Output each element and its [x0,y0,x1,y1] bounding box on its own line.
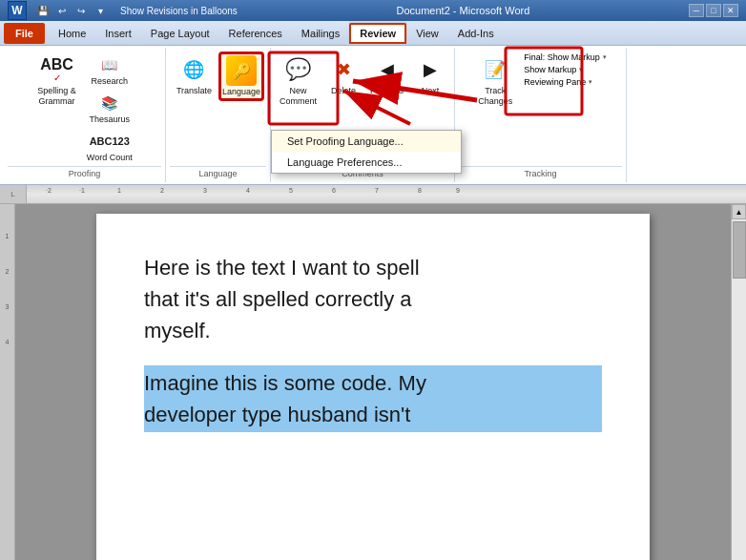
spelling-label: Spelling &Grammar [37,86,76,107]
doc-highlighted-line2: developer type husband isn't [144,403,410,426]
final-show-markup-item[interactable]: Final: Show Markup ▾ [521,52,610,63]
qa-more-btn[interactable]: ▾ [92,2,109,19]
vertical-scrollbar[interactable]: ▲ ▼ [731,204,746,560]
file-tab[interactable]: File [4,23,45,44]
translate-label: Translate [176,86,212,96]
thesaurus-button[interactable]: 📚 Thesaurus [83,90,136,126]
tab-mailings[interactable]: Mailings [292,23,349,44]
previous-button[interactable]: ◀ Previous [365,52,408,99]
track-changes-icon: 📝 [480,54,510,85]
spell-abc-text: ABC [40,57,73,73]
final-show-markup-label: Final: Show Markup [524,52,600,62]
ribbon-group-language: 🌐 Translate 🔑 Language Language [166,48,271,182]
ruler-corner: L [0,185,27,204]
save-qa-btn[interactable]: 💾 [34,2,52,19]
doc-text-line1: Here is the text I want to spell [144,256,420,280]
next-label: Next [422,86,440,96]
language-dropdown: Set Proofing Language... Language Prefer… [271,130,462,174]
language-button[interactable]: 🔑 Language [218,52,264,101]
proofing-buttons: ABC ✓ Spelling &Grammar 📖 Research 📚 The… [32,50,135,164]
track-changes-button[interactable]: 📝 TrackChanges [471,52,519,110]
ribbon: ABC ✓ Spelling &Grammar 📖 Research 📚 The… [0,46,746,185]
window-controls: ─ □ ✕ [689,4,738,17]
reviewing-pane-arrow: ▾ [589,78,592,86]
vruler-mark-3: 3 [6,303,10,310]
scroll-track[interactable] [732,219,746,560]
vruler-mark-4: 4 [6,339,10,345]
ruler-mark-1: 2 [160,187,164,194]
doc-text-line3: myself. [144,319,211,342]
ruler-mark-neg2: ·2 [46,187,52,194]
ruler-mark-6: 7 [375,187,379,194]
doc-text-line2: that it's all spelled correctly a [144,287,412,311]
ruler-track: ·2 ·1 1 2 3 4 5 6 7 8 9 [27,185,746,204]
reviewing-pane-item[interactable]: Reviewing Pane ▾ [521,76,610,88]
tab-insert[interactable]: Insert [95,23,141,44]
spelling-grammar-button[interactable]: ABC ✓ Spelling &Grammar [32,52,81,110]
main-content-area: 1 2 3 4 Here is the text I want to spell… [0,204,746,560]
tracking-content: 📝 TrackChanges Final: Show Markup ▾ Show… [471,50,610,164]
document-page: Here is the text I want to spell that it… [96,214,650,560]
scroll-up-btn[interactable]: ▲ [732,204,746,219]
ruler-mark-7: 8 [418,187,422,194]
previous-icon: ◀ [372,54,403,85]
show-markup-item[interactable]: Show Markup ▾ [521,64,610,75]
show-markup-label: Show Markup [524,65,576,74]
title-bar-left: W 💾 ↩ ↪ ▾ Show Revisions in Balloons [8,1,238,20]
research-label: Research [91,76,128,86]
delete-button[interactable]: ✖ Delete [323,52,363,99]
tab-review[interactable]: Review [349,23,406,44]
tab-references[interactable]: References [219,23,292,44]
show-markup-arrow: ▾ [579,66,583,73]
spelling-icon: ABC ✓ [42,54,73,85]
thesaurus-icon: 📚 [98,92,121,114]
small-proofing-btns: 📖 Research 📚 Thesaurus ABC123 Word Count [83,52,136,164]
delete-icon: ✖ [328,54,359,85]
ruler-mark-0: 1 [117,187,121,194]
undo-qa-btn[interactable]: ↩ [53,2,71,19]
ruler-mark-5: 6 [332,187,336,194]
tracking-group-label: Tracking [459,166,622,180]
set-proofing-language-item[interactable]: Set Proofing Language... [272,131,461,152]
vruler-mark-1: 1 [6,233,10,239]
tab-page-layout[interactable]: Page Layout [141,23,219,44]
maximize-btn[interactable]: □ [706,4,721,17]
doc-paragraph-2-highlighted: Imagine this is some code. My developer … [144,365,602,432]
delete-label: Delete [331,86,356,96]
language-icon: 🔑 [226,55,257,86]
ruler-mark-3: 4 [246,187,250,194]
language-preferences-item[interactable]: Language Preferences... [272,152,461,173]
new-comment-button[interactable]: 💬 NewComment [275,52,321,110]
vruler-mark-2: 2 [6,268,10,275]
ruler-mark-4: 5 [289,187,293,194]
tab-add-ins[interactable]: Add-Ins [448,23,504,44]
menu-bar: File Home Insert Page Layout References … [0,21,746,46]
ruler-mark-neg1: ·1 [79,187,85,194]
research-button[interactable]: 📖 Research [83,52,136,88]
research-icon: 📖 [98,53,121,76]
close-btn[interactable]: ✕ [723,4,738,17]
spell-check-mark: ✓ [40,73,73,83]
ribbon-group-proofing: ABC ✓ Spelling &Grammar 📖 Research 📚 The… [4,48,166,182]
previous-label: Previous [370,86,404,96]
tracking-right-panel: Final: Show Markup ▾ Show Markup ▾ Revie… [521,52,610,88]
document-area: Here is the text I want to spell that it… [15,204,731,560]
translate-icon: 🌐 [178,54,209,85]
next-button[interactable]: ▶ Next [410,52,450,99]
redo-qa-btn[interactable]: ↪ [73,2,90,19]
thesaurus-label: Thesaurus [89,114,130,124]
word-app-icon: W [8,1,27,20]
translate-button[interactable]: 🌐 Translate [172,52,217,99]
show-revisions-label: Show Revisions in Balloons [120,6,238,16]
next-icon: ▶ [415,54,446,85]
quick-access-toolbar: 💾 ↩ ↪ ▾ [34,2,109,19]
final-show-markup-arrow: ▾ [603,53,607,61]
tab-home[interactable]: Home [49,23,95,44]
word-count-button[interactable]: ABC123 Word Count [83,128,136,164]
minimize-btn[interactable]: ─ [689,4,704,17]
word-count-label: Word Count [87,153,133,162]
language-preferences-label: Language Preferences... [287,156,402,168]
track-changes-label: TrackChanges [478,86,512,107]
scroll-thumb[interactable] [733,221,746,279]
tab-view[interactable]: View [406,23,448,44]
